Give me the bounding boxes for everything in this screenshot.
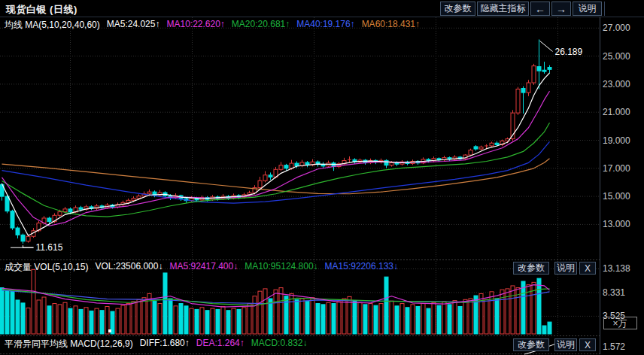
topbar-divider <box>604 2 605 16</box>
svg-text:8.331: 8.331 <box>603 287 625 298</box>
volume-legend-prefix: 成交量 VOL(5,10,15) <box>5 261 88 274</box>
ma10-value: MA10:22.620↑ <box>166 19 224 32</box>
volume-legend-row: 成交量 VOL(5,10,15) VOL:23506.000↓ MA5:9241… <box>5 261 398 274</box>
macd-legend-row: 平滑异同平均线 MACD(12,26,9) DIFF:1.680↑ DEA:1.… <box>5 338 307 350</box>
vol-ma5-value: MA5:92417.400↓ <box>169 261 238 274</box>
vol-ma15-value: MA15:92206.133↓ <box>325 261 398 274</box>
vol-ma10-value: MA10:95124.800↓ <box>245 261 317 274</box>
macd-help-button[interactable]: 说明 <box>554 338 577 351</box>
help-button[interactable]: 说明 <box>573 2 602 16</box>
ma-legend-prefix: 均线 MA(5,10,20,40,60) <box>5 19 100 32</box>
macd-close-button[interactable]: X <box>579 338 596 351</box>
ma20-value: MA20:20.681↑ <box>232 19 290 32</box>
svg-text:15.000: 15.000 <box>603 191 630 202</box>
svg-text:23.000: 23.000 <box>603 79 630 90</box>
svg-text:13.000: 13.000 <box>603 219 630 229</box>
right-arrow-button[interactable]: → <box>551 2 571 16</box>
dea-value: DEA:1.264↑ <box>196 338 245 350</box>
hide-main-indicator-button[interactable]: 隐藏主指标 <box>477 2 529 16</box>
volume-close-button[interactable]: X <box>579 262 596 275</box>
svg-text:1.572: 1.572 <box>603 341 625 352</box>
svg-text:13.138: 13.138 <box>603 263 630 274</box>
macd-change-params-button[interactable]: 改参数 <box>513 338 549 351</box>
svg-text:17.000: 17.000 <box>603 163 630 174</box>
ma5-value: MA5:24.025↑ <box>107 19 160 32</box>
diff-value: DIFF:1.680↑ <box>140 338 190 350</box>
svg-text:19.000: 19.000 <box>603 135 630 146</box>
ma40-value: MA40:19.176↑ <box>296 19 354 32</box>
svg-text:25.000: 25.000 <box>603 51 630 62</box>
svg-text:11.615: 11.615 <box>36 242 63 253</box>
macd-legend-prefix: 平滑异同平均线 MACD(12,26,9) <box>5 338 133 350</box>
ma60-value: MA60:18.431↑ <box>362 19 420 32</box>
vol-value: VOL:23506.000↓ <box>95 261 163 274</box>
chart-title: 现货白银 (日线) <box>6 3 77 17</box>
svg-text:×万: ×万 <box>612 318 627 329</box>
left-arrow-button[interactable]: ← <box>530 2 550 16</box>
svg-text:27.000: 27.000 <box>603 23 630 33</box>
volume-change-params-button[interactable]: 改参数 <box>513 262 549 275</box>
ma-legend-row: 均线 MA(5,10,20,40,60) MA5:24.025↑ MA10:22… <box>5 19 420 32</box>
svg-text:21.000: 21.000 <box>603 107 630 117</box>
macd-value: MACD:0.832↓ <box>251 338 308 350</box>
trading-terminal: 27.00025.00023.00021.00019.00017.00015.0… <box>0 0 644 355</box>
change-params-button[interactable]: 改参数 <box>440 2 475 16</box>
svg-text:26.189: 26.189 <box>555 47 583 57</box>
volume-help-button[interactable]: 说明 <box>554 262 577 275</box>
price-volume-chart-canvas[interactable]: 27.00025.00023.00021.00019.00017.00015.0… <box>0 0 644 355</box>
